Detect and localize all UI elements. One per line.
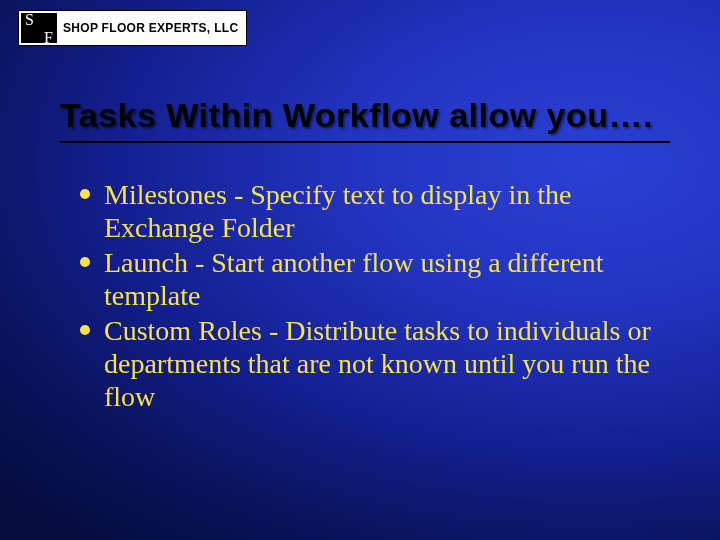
slide-title: Tasks Within Workflow allow you…. — [60, 96, 670, 135]
slide-body: Milestones - Specify text to display in … — [78, 178, 660, 415]
list-item: Milestones - Specify text to display in … — [78, 178, 660, 244]
logo-initial-f: F — [44, 32, 53, 44]
company-logo: S F SHOP FLOOR EXPERTS, LLC — [18, 10, 247, 46]
bullet-text: Custom Roles - Distribute tasks to indiv… — [104, 315, 651, 412]
bullet-list: Milestones - Specify text to display in … — [78, 178, 660, 413]
title-container: Tasks Within Workflow allow you…. — [60, 96, 670, 143]
bullet-text: Milestones - Specify text to display in … — [104, 179, 571, 243]
logo-initial-s: S — [25, 14, 34, 26]
logo-mark-icon: S F — [21, 13, 57, 43]
list-item: Custom Roles - Distribute tasks to indiv… — [78, 314, 660, 413]
company-name: SHOP FLOOR EXPERTS, LLC — [63, 21, 238, 35]
slide: S F SHOP FLOOR EXPERTS, LLC Tasks Within… — [0, 0, 720, 540]
bullet-text: Launch - Start another flow using a diff… — [104, 247, 603, 311]
list-item: Launch - Start another flow using a diff… — [78, 246, 660, 312]
